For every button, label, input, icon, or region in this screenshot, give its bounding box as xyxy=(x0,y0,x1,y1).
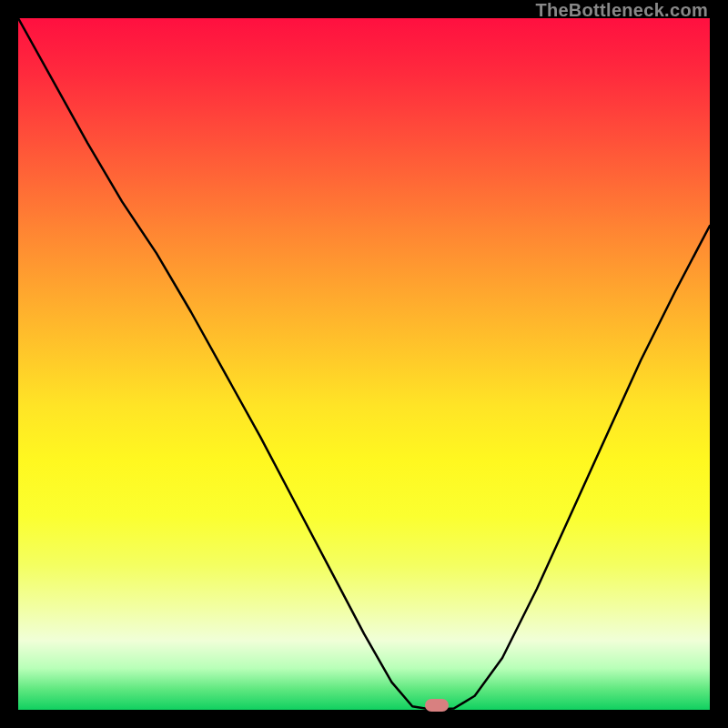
optimal-marker xyxy=(425,699,449,712)
plot-area xyxy=(18,18,710,710)
chart-frame: TheBottleneck.com xyxy=(0,0,728,728)
bottleneck-curve xyxy=(18,18,710,710)
watermark-text: TheBottleneck.com xyxy=(535,0,708,21)
